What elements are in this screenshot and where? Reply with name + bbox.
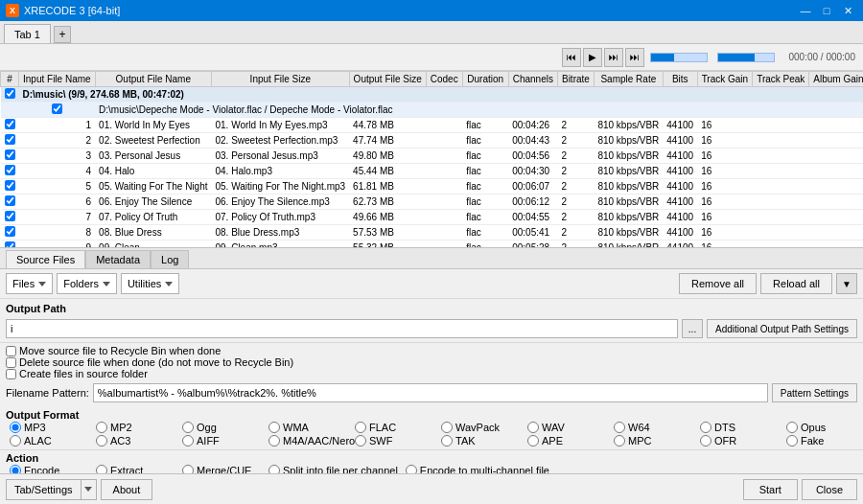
tab-settings-arrow[interactable] [81, 479, 96, 500]
row-checkbox-8[interactable] [5, 241, 15, 248]
row-num: 1 [19, 118, 96, 133]
row-channels: 2 [557, 164, 594, 179]
table-row[interactable]: 4 04. Halo 04. Halo.mp3 45.44 MB flac 00… [1, 164, 864, 179]
row-track-peak [809, 164, 863, 179]
pattern-settings-button[interactable]: Pattern Settings [772, 383, 857, 402]
row-in-size: 47.74 MB [349, 133, 426, 149]
format-radio-tak[interactable] [441, 435, 453, 447]
format-radio-alac[interactable] [10, 435, 21, 447]
table-row[interactable]: 5 05. Waiting For The Night 05. Waiting … [1, 179, 864, 195]
row-track-peak [809, 149, 863, 164]
row-channels: 2 [557, 241, 594, 249]
row-checkbox-0[interactable] [5, 119, 15, 129]
toolbar: ⏮ ▶ ⏭ ⏭ 000:00 / 000:00 [0, 44, 863, 71]
additional-output-path-settings-button[interactable]: Additional Output Path Settings [707, 319, 857, 338]
format-radio-ofr[interactable] [700, 435, 711, 447]
format-radio-wma[interactable] [268, 422, 280, 433]
output-path-input[interactable] [6, 319, 678, 338]
row-bitrate: 810 kbps/VBR [594, 149, 663, 164]
table-row[interactable]: 2 02. Sweetest Perfection 02. Sweetest P… [1, 133, 864, 149]
row-checkbox-5[interactable] [5, 195, 15, 206]
row-bits: 16 [697, 179, 753, 195]
row-bits: 16 [697, 164, 753, 179]
metadata-tab[interactable]: Metadata [85, 250, 151, 268]
create-in-source-checkbox[interactable] [6, 369, 16, 379]
row-in-size: 45.44 MB [349, 164, 426, 179]
group-checkbox[interactable] [5, 88, 15, 99]
file-table-container[interactable]: # Input File Name Output File Name Input… [0, 71, 863, 248]
table-row[interactable]: 7 07. Policy Of Truth 07. Policy Of Trut… [1, 210, 864, 225]
row-checkbox-1[interactable] [5, 134, 15, 145]
format-radio-dts[interactable] [700, 422, 711, 433]
utilities-dropdown[interactable]: Utilities [121, 273, 179, 294]
settings-arrow-button[interactable]: ▼ [836, 273, 857, 294]
table-row[interactable]: 1 01. World In My Eyes 01. World In My E… [1, 118, 864, 133]
add-tab-button[interactable]: + [54, 26, 71, 43]
tab-1[interactable]: Tab 1 [4, 24, 51, 43]
close-button[interactable]: Close [802, 479, 857, 500]
tab-settings-button[interactable]: Tab/Settings [6, 479, 97, 500]
delete-source-checkbox[interactable] [6, 357, 16, 368]
format-radio-opus[interactable] [786, 422, 798, 433]
format-radio-ape[interactable] [527, 435, 539, 447]
remove-all-button[interactable]: Remove all [679, 273, 757, 294]
skip-back-button[interactable]: ⏮ [562, 48, 581, 67]
about-button[interactable]: About [101, 479, 153, 500]
col-codec: Codec [426, 72, 462, 87]
progress-fill [651, 54, 673, 61]
skip-end-button[interactable]: ⏭ [625, 48, 644, 67]
browse-button[interactable]: ... [682, 319, 703, 338]
col-duration: Duration [462, 72, 508, 87]
maximize-button[interactable]: □ [817, 3, 836, 18]
close-window-button[interactable]: ✕ [838, 3, 857, 18]
reload-all-button[interactable]: Reload all [760, 273, 832, 294]
format-radio-fake[interactable] [786, 435, 798, 447]
format-radio-flac[interactable] [355, 422, 366, 433]
files-dropdown[interactable]: Files [6, 273, 53, 294]
move-to-recycle-checkbox[interactable] [6, 346, 16, 356]
app-title: XRECODE 3 [64-bit] [24, 5, 796, 16]
row-track-peak [809, 133, 863, 149]
format-radio-wavpack[interactable] [441, 422, 453, 433]
format-radio-aiff[interactable] [182, 435, 194, 447]
row-duration: 00:04:55 [508, 210, 557, 225]
row-input-name: 02. Sweetest Perfection [95, 133, 211, 149]
row-checkbox-7[interactable] [5, 226, 15, 237]
row-bitrate: 810 kbps/VBR [594, 133, 663, 149]
table-row[interactable]: 6 06. Enjoy The Silence 06. Enjoy The Si… [1, 195, 864, 210]
minimize-button[interactable]: — [796, 3, 815, 18]
log-tab[interactable]: Log [151, 250, 189, 268]
row-bits: 16 [697, 225, 753, 241]
folders-dropdown[interactable]: Folders [57, 273, 117, 294]
drive-checkbox[interactable] [52, 103, 62, 114]
row-checkbox-4[interactable] [5, 180, 15, 191]
format-radio-ogg[interactable] [182, 422, 194, 433]
row-checkbox-3[interactable] [5, 165, 15, 175]
format-radio-m4a[interactable] [268, 435, 280, 447]
pattern-input[interactable] [93, 383, 768, 402]
volume-bar [717, 53, 775, 62]
format-radio-mp3[interactable] [10, 422, 21, 433]
skip-forward-button[interactable]: ⏭ [604, 48, 623, 67]
start-button[interactable]: Start [743, 479, 798, 500]
format-wav: WAV [524, 421, 610, 434]
format-radio-wav[interactable] [527, 422, 539, 433]
row-codec: flac [462, 164, 508, 179]
format-radio-w64[interactable] [614, 422, 625, 433]
table-row[interactable]: 8 08. Blue Dress 08. Blue Dress.mp3 57.5… [1, 225, 864, 241]
app-icon: X [6, 4, 19, 17]
row-channels: 2 [557, 118, 594, 133]
format-radio-ac3[interactable] [96, 435, 107, 447]
format-mp3: MP3 [6, 421, 92, 434]
play-button[interactable]: ▶ [583, 48, 602, 67]
source-files-tab[interactable]: Source Files [6, 250, 85, 268]
row-checkbox-2[interactable] [5, 149, 15, 160]
row-checkbox-6[interactable] [5, 211, 15, 221]
format-radio-mpc[interactable] [614, 435, 625, 447]
format-radio-swf[interactable] [355, 435, 366, 447]
table-row[interactable]: 9 09. Clean 09. Clean.mp3 55.32 MB flac … [1, 241, 864, 249]
format-radio-mp2[interactable] [96, 422, 107, 433]
row-in-size: 62.73 MB [349, 195, 426, 210]
table-row[interactable]: 3 03. Personal Jesus 03. Personal Jesus.… [1, 149, 864, 164]
row-duration: 00:06:12 [508, 195, 557, 210]
